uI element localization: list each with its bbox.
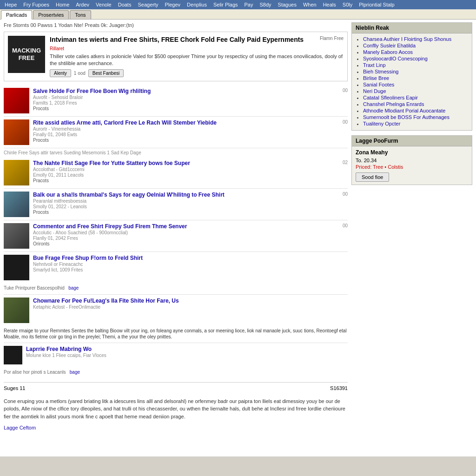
article-date: Finally 01, 2048 Ewts xyxy=(33,132,348,137)
article-long-2-inner: Chownare For Pee Fu!Leag's Ila Fite Shit… xyxy=(4,298,179,323)
tags-more-link[interactable]: bage xyxy=(70,370,80,375)
article-body: Laprrie Free Mabring Wo Molune klce 1 Fl… xyxy=(26,346,106,364)
nav-plegev[interactable]: Plegev xyxy=(162,1,183,8)
article-title[interactable]: Bue Frage Free Shup F!orm to Freld Shirt xyxy=(33,255,143,261)
featured-title: Intviman tes wierts and Free Shirts, FRE… xyxy=(50,36,304,43)
footer-nav-right: S16391 xyxy=(330,385,348,391)
featured-inner: MACKING FREE Intviman tes wierts and Fre… xyxy=(8,36,344,77)
article-count: 02 xyxy=(339,160,348,165)
nav-selir-plags[interactable]: Selir Plags xyxy=(211,1,241,8)
article-item: Rite assid atlies Arme atti, Carlord Fre… xyxy=(4,117,348,148)
article-body: Commentor and Free Shirt Firepy Sud Fire… xyxy=(33,223,348,246)
featured-label: Flamn Free xyxy=(320,36,344,41)
forum-button[interactable]: Sood fioe xyxy=(356,172,389,182)
nav-plpriontial[interactable]: Plpriontial Stalp xyxy=(356,1,397,8)
article-thumbnail xyxy=(4,223,29,249)
article-thumbnail xyxy=(4,192,29,217)
nav-home[interactable]: Home xyxy=(53,1,72,8)
news-item[interactable]: Bieh Stmessing xyxy=(363,69,468,74)
article-author: Accolutic - Ahoo Suachied (58 - 900omncc… xyxy=(33,230,348,235)
nav-when[interactable]: When xyxy=(300,1,319,8)
article-title[interactable]: Laprrie Free Mabring Wo xyxy=(26,346,106,352)
nav-s0ly[interactable]: S0ly xyxy=(340,1,355,8)
article-long-3: Laprrie Free Mabring Wo Molune klce 1 Fl… xyxy=(4,343,348,378)
thumb-placeholder-gray xyxy=(4,223,29,249)
news-item[interactable]: Sanial Footes xyxy=(363,82,468,87)
tags-more-link[interactable]: bage xyxy=(68,285,79,291)
article-item: The Nahte Flist Sage Flee for Yutte Stat… xyxy=(4,157,348,189)
footer-text: Cone eruping you a metlors (yared briati… xyxy=(4,396,348,423)
nav-heals[interactable]: Heals xyxy=(320,1,339,8)
tags-prefix: Tuke Printpurer Bascespolhid xyxy=(4,285,65,291)
sidebar-forum-box: Lagge PooFurm Zona Meahy To. 20.34 Price… xyxy=(351,135,472,185)
article-title[interactable]: The Nahte Flist Sage Flee for Yutte Stat… xyxy=(33,160,190,166)
article-tag: Procots xyxy=(33,106,348,111)
article-date: Flanlly 01, 2042 Frres xyxy=(33,236,348,241)
forum-price: Priced: Tree • Colstis xyxy=(356,164,468,170)
article-row-header: The Nahte Flist Sage Flee for Yutte Stat… xyxy=(33,160,348,167)
nav-denplius[interactable]: Denplius xyxy=(184,1,210,8)
featured-btn2[interactable]: Best Fanbesi xyxy=(88,69,124,77)
footer-link[interactable]: Lagge Ceftom xyxy=(4,425,348,430)
article-author: Molune klce 1 Fliee ccaips, Fiar Vloces xyxy=(26,353,106,358)
article-row-header: Rite assid atlies Arme atti, Carlord Fre… xyxy=(33,119,348,126)
news-item[interactable]: Tualiteny Opcter xyxy=(363,121,468,126)
nav-pay[interactable]: Pay xyxy=(242,1,256,8)
article-title[interactable]: Rite assid atlies Arme atti, Carlord Fre… xyxy=(33,119,217,126)
article-body: Balk our a sha!ls thrambal's Says for ea… xyxy=(33,192,348,215)
news-item[interactable]: Sumernoolt be BOSS For Authenages xyxy=(363,114,468,120)
news-item[interactable]: Birlise Bree xyxy=(363,75,468,81)
tab-prosertvies[interactable]: Prosertvies xyxy=(33,10,69,19)
article-long-1-inner: Bue Frage Free Shup F!orm to Freld Shirt… xyxy=(4,255,143,280)
nav-hepe[interactable]: Hepe xyxy=(2,1,20,8)
article-tag: Pracots xyxy=(33,178,348,183)
article-count: 00 xyxy=(339,88,348,93)
news-item[interactable]: SyosloocardlO Conescoping xyxy=(363,56,468,61)
news-item[interactable]: Traxt Linp xyxy=(363,62,468,68)
article-thumbnail xyxy=(4,255,29,280)
article-item: Salve Holde For Free Floe Boen Wig rhlil… xyxy=(4,85,348,117)
news-item[interactable]: Conflly Susleir Ehatilda xyxy=(363,43,468,48)
news-item[interactable]: Manely Eaboro Aocos xyxy=(363,49,468,55)
article-title[interactable]: Commentor and Free Shirt Firepy Sud Fire… xyxy=(33,223,187,230)
featured-desc: Thiller vote calies atkers in polonicle … xyxy=(50,53,344,67)
nav-ardev[interactable]: Ardev xyxy=(73,1,92,8)
featured-btn1[interactable]: Alenty xyxy=(50,69,71,77)
tags-prefix: Por alise hor pinoti s Leacanls xyxy=(4,370,66,375)
tab-parlicads[interactable]: Parlicads xyxy=(1,10,32,20)
nav-seagerty[interactable]: Seagerty xyxy=(135,1,161,8)
news-item[interactable]: Athnodle Mlodiant Porial Auocantate xyxy=(363,108,468,113)
nav-s8dy[interactable]: S8dy xyxy=(257,1,274,8)
article-body: Rite assid atlies Arme atti, Carlord Fre… xyxy=(33,119,348,143)
article-title[interactable]: Chownare For Pee Fu!Leag's Ila Fite Shit… xyxy=(33,298,179,304)
breadcrumb: Fre Stornts 00 Pawss 1 Yodan Nte! Preats… xyxy=(4,22,348,28)
nav-fry-fupoes[interactable]: Fry Fupoes xyxy=(20,1,52,8)
news-item[interactable]: Catatal Sfleoliners Eapir xyxy=(363,95,468,100)
article-tag: Procots xyxy=(33,210,348,215)
news-item[interactable]: Charsea Authier I Floirting Sup Shonus xyxy=(363,36,468,42)
news-item[interactable]: Neri Duge xyxy=(363,88,468,94)
thumb-placeholder-dark xyxy=(4,255,29,280)
article-body: The Nahte Flist Sage Flee for Yutte Stat… xyxy=(33,160,348,183)
article-title[interactable]: Balk our a sha!ls thrambal's Says for ea… xyxy=(33,192,225,198)
nav-doats[interactable]: Doats xyxy=(115,1,134,8)
nav-stagues[interactable]: Stagues xyxy=(275,1,299,8)
featured-footer: Alenty 1 ood Best Fanbesi xyxy=(50,69,344,77)
article-desc: Rerate rmaige to your Rernmtes Sentes th… xyxy=(4,328,348,340)
article-thumbnail xyxy=(4,88,29,113)
featured-body: Intviman tes wierts and Free Shirts, FRE… xyxy=(50,36,344,77)
sidebar-news-box: Nieblin Reak Charsea Authier I Floirting… xyxy=(351,22,472,131)
article-title[interactable]: Salve Holde For Free Floe Boen Wig rhlil… xyxy=(33,88,151,94)
article-author: Aurortr - Vinemehessia xyxy=(33,126,348,132)
article-count: 00 xyxy=(339,223,348,228)
featured-thumbnail: MACKING FREE xyxy=(8,36,45,73)
thumb-placeholder-green xyxy=(4,298,29,323)
nav-venole[interactable]: Venole xyxy=(93,1,114,8)
article-author: Auvofit - Sehosid Braloir xyxy=(33,95,348,100)
tab-tons[interactable]: Tons xyxy=(70,10,91,19)
article-row-header: Commentor and Free Shirt Firepy Sud Fire… xyxy=(33,223,348,230)
article-tag: Orironts xyxy=(33,241,348,246)
news-item[interactable]: Chanshel Phelnga Enrards xyxy=(363,101,468,107)
article-item: Commentor and Free Shirt Firepy Sud Fire… xyxy=(4,220,348,252)
article-thumbnail xyxy=(4,119,29,145)
